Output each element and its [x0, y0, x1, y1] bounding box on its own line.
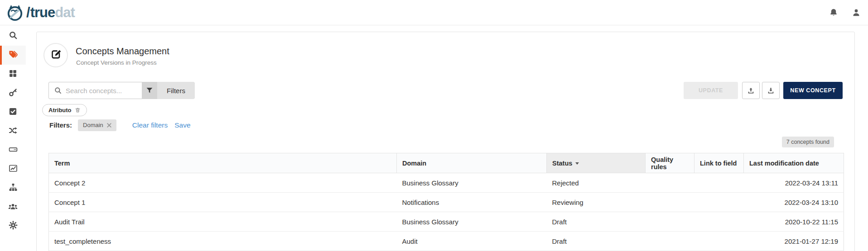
notifications-bell-icon[interactable] [829, 8, 838, 17]
user-account-icon[interactable] [852, 8, 861, 17]
filter-funnel-button[interactable] [142, 82, 157, 99]
owl-logo-icon [6, 4, 24, 21]
upload-button[interactable] [742, 82, 760, 99]
search-icon [9, 31, 18, 42]
cell-term[interactable]: test_completeness [49, 232, 397, 251]
cell-quality-rules [646, 173, 694, 193]
cell-term[interactable]: Audit Trail [49, 212, 397, 232]
trash-icon[interactable] [75, 107, 81, 113]
results-row: 7 concepts found [782, 137, 834, 147]
results-count-badge: 7 concepts found [782, 137, 834, 147]
page-header-badge [43, 43, 68, 67]
grid-icon [9, 69, 17, 80]
update-button[interactable]: UPDATE [684, 82, 738, 99]
search-input-wrap [48, 82, 142, 99]
template-chip[interactable]: Atributo [42, 104, 87, 116]
cell-domain: Audit [397, 232, 547, 251]
column-header-status[interactable]: Status [547, 153, 646, 173]
cell-domain: Business Glossary [397, 212, 547, 232]
tags-icon [8, 50, 18, 61]
cell-quality-rules [646, 232, 694, 251]
close-icon[interactable] [107, 123, 111, 128]
cell-status: Draft [547, 232, 646, 251]
new-concept-button[interactable]: NEW CONCEPT [783, 82, 843, 99]
sidebar-item-grid[interactable] [0, 65, 26, 84]
domain-filter-label: Domain [83, 122, 103, 128]
top-navbar: /truedat [0, 0, 868, 25]
download-icon [767, 87, 775, 95]
sidebar-item-search[interactable] [0, 27, 26, 46]
search-input[interactable] [66, 87, 138, 95]
status-header-label: Status [552, 160, 572, 167]
table-row[interactable]: Audit Trail Business Glossary Draft 2020… [49, 212, 844, 232]
page: /truedat [0, 0, 868, 251]
cell-last-modification-date: 2021-01-27 12:19 [744, 232, 844, 251]
sidebar-item-shuffle[interactable] [0, 122, 26, 141]
truedat-logo[interactable]: /truedat [6, 4, 75, 21]
clear-filters-link[interactable]: Clear filters [132, 121, 168, 129]
concepts-table: Term Domain Status Quality rules Link to… [48, 153, 844, 251]
table-row[interactable]: Concept 2 Business Glossary Rejected 202… [49, 173, 844, 193]
cell-domain: Notifications [397, 193, 547, 212]
sidebar-item-chart-line[interactable] [0, 160, 26, 179]
column-header-link-to-field[interactable]: Link to field [694, 153, 744, 173]
table-row[interactable]: Concept 1 Notifications Reviewing 2022-0… [49, 193, 844, 212]
cell-link-to-field [694, 173, 744, 193]
filters-button-label: Filters [167, 87, 185, 95]
table-row[interactable]: test_completeness Audit Draft 2021-01-27… [49, 232, 844, 251]
chart-line-icon [9, 164, 18, 175]
sidebar-item-sitemap[interactable] [0, 179, 26, 198]
upload-icon [747, 87, 755, 95]
filters-bar-label: Filters: [49, 121, 72, 129]
cell-last-modification-date: 2022-03-24 13:10 [744, 193, 844, 212]
cell-domain: Business Glossary [397, 173, 547, 193]
cell-link-to-field [694, 232, 744, 251]
sidebar-item-key[interactable] [0, 84, 26, 103]
domain-filter-chip[interactable]: Domain [78, 119, 116, 131]
cell-quality-rules [646, 212, 694, 232]
cell-status: Reviewing [547, 193, 646, 212]
cell-last-modification-date: 2022-03-24 13:11 [744, 173, 844, 193]
save-filters-link[interactable]: Save [174, 121, 190, 129]
filters-button[interactable]: Filters [157, 82, 195, 99]
sidebar-item-gear[interactable] [0, 217, 26, 236]
gear-icon [9, 221, 18, 232]
logo-wordmark: /truedat [24, 5, 75, 19]
column-header-term[interactable]: Term [49, 153, 397, 173]
sitemap-icon [9, 183, 18, 194]
sidebar-item-hard-drive[interactable] [0, 141, 26, 160]
search-icon [54, 87, 62, 94]
concepts-card: Concepts Management Concept Versions in … [36, 32, 855, 251]
cell-term[interactable]: Concept 1 [49, 193, 397, 212]
page-title: Concepts Management [76, 46, 169, 57]
sidebar-item-check-square[interactable] [0, 103, 26, 122]
sidebar-item-tags[interactable] [0, 46, 26, 65]
column-header-quality-rules[interactable]: Quality rules [646, 153, 694, 173]
users-icon [8, 202, 18, 213]
search-group: Filters [48, 82, 195, 99]
template-chip-label: Atributo [48, 107, 72, 114]
column-header-last-modification-date[interactable]: Last modification date [744, 153, 844, 173]
cell-status: Rejected [547, 173, 646, 193]
column-header-domain[interactable]: Domain [397, 153, 547, 173]
filters-bar: Filters: Domain Clear filters Save [49, 119, 191, 131]
cell-link-to-field [694, 193, 744, 212]
sidebar-item-users[interactable] [0, 198, 26, 217]
table-header-row: Term Domain Status Quality rules Link to… [49, 153, 844, 173]
page-subtitle: Concept Versions in Progress [76, 59, 157, 66]
cell-last-modification-date: 2020-10-22 11:15 [744, 212, 844, 232]
check-square-icon [9, 107, 17, 118]
active-indicator-bar [0, 46, 2, 65]
cell-status: Draft [547, 212, 646, 232]
cell-quality-rules [646, 193, 694, 212]
template-chip-row: Atributo [42, 104, 87, 116]
funnel-icon [146, 87, 153, 94]
download-button[interactable] [762, 82, 780, 99]
key-icon [9, 88, 18, 99]
toolbar: Filters UPDATE [48, 82, 843, 99]
edit-icon [50, 48, 62, 62]
cell-link-to-field [694, 212, 744, 232]
cell-term[interactable]: Concept 2 [49, 173, 397, 193]
sidebar-nav [0, 26, 26, 251]
hard-drive-icon [9, 145, 18, 156]
